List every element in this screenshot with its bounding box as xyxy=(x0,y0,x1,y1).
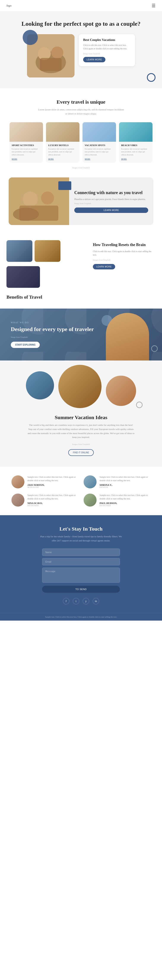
summer-circle-3 xyxy=(106,375,136,406)
avatar-nina xyxy=(11,493,24,507)
hero-card-title: Best Couples Vacations xyxy=(83,38,131,42)
team-member-2: Sample text. Click to select this text b… xyxy=(83,476,151,488)
nature-blue-decoration xyxy=(58,181,71,190)
summer-text: The world is big and there are countless… xyxy=(27,423,135,439)
summer-find-button[interactable]: FIND IT ONLINE xyxy=(68,449,94,456)
vacation-card-link[interactable]: MORE xyxy=(85,158,114,160)
contact-message-input[interactable] xyxy=(42,568,120,583)
avatar-simona xyxy=(83,476,96,488)
summer-title: Summer Vacation Ideas xyxy=(6,415,156,420)
avatar-jass xyxy=(11,476,24,488)
vacation-card-body: VACATION SPOTS Excepteur sint occaecat c… xyxy=(82,142,116,156)
luxury-card-link[interactable]: MORE xyxy=(48,158,77,160)
avatar-paul xyxy=(83,493,96,507)
team-name-4: PAUL HUDSON, xyxy=(99,502,151,504)
summer-circle-1 xyxy=(26,371,54,399)
team-section: Sample text. Click to select this text b… xyxy=(0,467,162,515)
benefits-section: Benefits of Travel xyxy=(0,292,162,309)
summer-circle-2 xyxy=(58,365,102,408)
team-desc-3: Sample text. Click to select this text b… xyxy=(27,493,79,501)
benefits-title: Benefits of Travel xyxy=(6,294,156,300)
designed-explore-button[interactable]: START EXPLORING xyxy=(11,342,40,348)
beach-card-name: BEACH VIBES xyxy=(121,144,150,146)
summer-credit: Images from Unsplash xyxy=(6,443,156,445)
travel-card-luxury: LUXURY HOTELS Excepteur sint occaecat cu… xyxy=(46,122,80,163)
contact-text: Plan a trip for the whole family—from fa… xyxy=(38,535,124,542)
footer: Sample text. Click to select this text b… xyxy=(0,613,162,620)
social-row: f t y in xyxy=(6,598,156,605)
designed-credit: Image from Unsplash xyxy=(11,336,94,338)
team-role-1: MANAGER xyxy=(27,486,79,488)
footer-text: Sample text. Click to select this text b… xyxy=(45,616,117,618)
youtube-icon[interactable]: y xyxy=(83,598,89,605)
sport-card-image xyxy=(9,122,43,142)
hero-content: Best Couples Vacations Click to edit thi… xyxy=(6,34,156,78)
hero-learn-more-button[interactable]: LEARN MORE xyxy=(83,57,105,62)
nature-images xyxy=(9,177,69,225)
luxury-card-name: LUXURY HOTELS xyxy=(48,144,77,146)
designed-content: WHAT WE DO Designed for every type of tr… xyxy=(11,321,94,348)
designed-title: Designed for every type of traveler xyxy=(11,326,94,332)
team-member-3: Sample text. Click to select this text b… xyxy=(11,493,79,507)
nature-wrapper: Connecting with nature as you travel Pha… xyxy=(0,177,162,232)
sport-card-desc: Excepteur sint occaecat cupidatat non pr… xyxy=(12,148,41,156)
team-info-3: Sample text. Click to select this text b… xyxy=(27,493,79,507)
twitter-icon[interactable]: t xyxy=(73,598,79,605)
contact-form: TO SEND xyxy=(42,549,120,593)
travel-card-vacation: VACATION SPOTS Excepteur sint occaecat c… xyxy=(82,122,116,163)
designed-label: WHAT WE DO xyxy=(11,321,94,324)
logo: logo xyxy=(6,4,11,7)
nature-title: Connecting with nature as you travel xyxy=(74,190,148,196)
nature-learn-more-button[interactable]: LEARN MORE xyxy=(74,207,148,213)
beach-card-image xyxy=(119,122,153,142)
sport-card-name: SPORT ACTIVITIES xyxy=(12,144,41,146)
unique-title: Every travel is unique xyxy=(6,99,156,105)
resets-title: How Traveling Resets the Brain xyxy=(93,242,156,247)
team-name-2: SIMONA T., xyxy=(99,484,151,486)
linkedin-icon[interactable]: in xyxy=(93,598,99,605)
vacation-card-image xyxy=(82,122,116,142)
team-role-2: DESIGN xyxy=(99,486,151,488)
designed-person-image xyxy=(106,313,149,361)
resets-image-2 xyxy=(35,240,60,262)
resets-img-row-2 xyxy=(6,266,88,288)
team-member-1: Sample text. Click to select this text b… xyxy=(11,476,79,488)
svg-rect-4 xyxy=(40,58,61,71)
team-name-1: JASS NORTON, xyxy=(27,484,79,486)
sport-card-link[interactable]: MORE xyxy=(12,158,41,160)
hero-circle-decoration xyxy=(147,73,156,82)
sport-card-body: SPORT ACTIVITIES Excepteur sint occaecat… xyxy=(9,142,43,156)
beach-card-link[interactable]: MORE xyxy=(121,158,150,160)
hero-section: Looking for the perfect spot go to as a … xyxy=(0,11,162,88)
unique-subtitle: Lorem ipsum dolor sit amet, consectetur … xyxy=(38,108,124,116)
nature-text: Phasellus a ultrices orci aget purus gra… xyxy=(74,197,148,201)
team-desc-1: Sample text. Click to select this text b… xyxy=(27,476,79,482)
svg-point-3 xyxy=(51,46,63,59)
resets-image-1 xyxy=(6,240,32,262)
team-member-4: Sample text. Click to select this text b… xyxy=(83,493,151,507)
team-desc-4: Sample text. Click to select this text b… xyxy=(99,493,151,501)
contact-submit-button[interactable]: TO SEND xyxy=(42,586,120,593)
menu-icon[interactable]: ☰ xyxy=(152,3,156,8)
resets-learn-more-button[interactable]: LEARN MORE xyxy=(93,264,115,269)
contact-email-input[interactable] xyxy=(42,558,120,565)
summer-section: Summer Vacation Ideas The world is big a… xyxy=(0,361,162,467)
facebook-icon[interactable]: f xyxy=(63,598,69,605)
vacation-card-name: VACATION SPOTS xyxy=(85,144,114,146)
team-info-1: Sample text. Click to select this text b… xyxy=(27,476,79,488)
nature-credit: Image from Unsplash xyxy=(74,202,148,204)
luxury-card-image xyxy=(46,122,80,142)
beach-card-desc: Excepteur sint occaecat cupidatat non pr… xyxy=(121,148,150,156)
luxury-card-desc: Excepteur sint occaecat cupidatat non pr… xyxy=(48,148,77,156)
summer-dot-decoration xyxy=(136,402,143,408)
contact-name-input[interactable] xyxy=(42,549,120,556)
svg-point-8 xyxy=(41,191,54,204)
svg-point-7 xyxy=(23,191,38,207)
header: logo ☰ xyxy=(0,0,162,11)
nature-content: Connecting with nature as you travel Pha… xyxy=(69,177,153,225)
vacation-card-desc: Excepteur sint occaecat cupidatat non pr… xyxy=(85,148,114,156)
svg-rect-9 xyxy=(19,205,58,221)
team-info-2: Sample text. Click to select this text b… xyxy=(99,476,151,488)
resets-section: How Traveling Resets the Brain Click to … xyxy=(0,232,162,292)
resets-img-row xyxy=(6,240,88,262)
